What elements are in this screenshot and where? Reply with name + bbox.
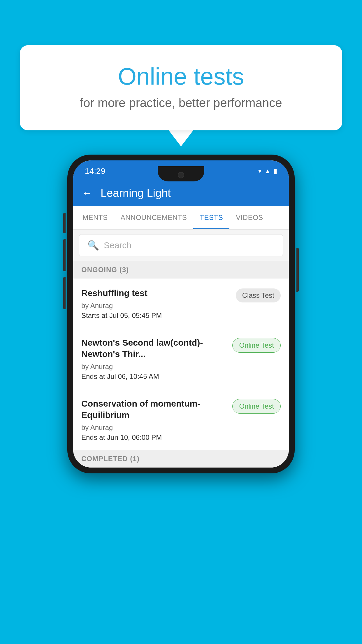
tab-announcements[interactable]: ANNOUNCEMENTS bbox=[114, 206, 194, 229]
test-date-conservation: Ends at Jun 10, 06:00 PM bbox=[81, 433, 226, 442]
phone-extra-button bbox=[63, 277, 66, 309]
phone-notch bbox=[158, 166, 204, 181]
app-header: ← Learning Light bbox=[73, 180, 289, 206]
battery-icon: ▮ bbox=[274, 167, 277, 175]
tab-videos[interactable]: VIDEOS bbox=[229, 206, 270, 229]
phone-volume-down-button bbox=[63, 239, 66, 271]
test-author-newtons: by Anurag bbox=[81, 363, 226, 371]
test-item-newtons[interactable]: Newton's Second law(contd)-Newton's Thir… bbox=[73, 328, 289, 389]
tab-tests[interactable]: TESTS bbox=[193, 206, 229, 229]
wifi-icon: ▾ bbox=[258, 167, 261, 175]
test-info-newtons: Newton's Second law(contd)-Newton's Thir… bbox=[81, 337, 232, 381]
badge-online-test-1: Online Test bbox=[232, 338, 281, 353]
search-bar[interactable]: 🔍 Search bbox=[79, 234, 283, 256]
test-author-conservation: by Anurag bbox=[81, 424, 226, 432]
completed-section-header: COMPLETED (1) bbox=[73, 450, 289, 468]
status-time: 14:29 bbox=[85, 167, 105, 176]
test-info-conservation: Conservation of momentum-Equilibrium by … bbox=[81, 398, 232, 442]
search-icon: 🔍 bbox=[87, 240, 99, 251]
phone-volume-up-button bbox=[63, 213, 66, 233]
signal-icon: ▲ bbox=[264, 167, 271, 175]
badge-class-test: Class Test bbox=[236, 288, 281, 302]
ongoing-label: ONGOING (3) bbox=[81, 266, 129, 274]
search-placeholder: Search bbox=[104, 240, 131, 250]
speech-bubble-container: Online tests for more practice, better p… bbox=[20, 45, 342, 146]
phone-power-button bbox=[296, 248, 299, 292]
search-bar-container: 🔍 Search bbox=[73, 230, 289, 261]
test-item-conservation[interactable]: Conservation of momentum-Equilibrium by … bbox=[73, 389, 289, 450]
tab-ments[interactable]: MENTS bbox=[76, 206, 114, 229]
completed-label: COMPLETED (1) bbox=[81, 455, 140, 463]
speech-bubble-title: Online tests bbox=[43, 63, 319, 90]
speech-bubble-arrow bbox=[169, 130, 193, 146]
tabs-bar: MENTS ANNOUNCEMENTS TESTS VIDEOS bbox=[73, 206, 289, 230]
app-title: Learning Light bbox=[101, 187, 171, 200]
test-name-reshuffling: Reshuffling test bbox=[81, 287, 230, 299]
badge-online-test-2: Online Test bbox=[232, 399, 281, 414]
test-info-reshuffling: Reshuffling test by Anurag Starts at Jul… bbox=[81, 287, 236, 320]
test-name-newtons: Newton's Second law(contd)-Newton's Thir… bbox=[81, 337, 226, 360]
status-icons: ▾ ▲ ▮ bbox=[258, 167, 277, 175]
front-camera bbox=[178, 172, 184, 178]
test-author-reshuffling: by Anurag bbox=[81, 302, 230, 310]
test-date-reshuffling: Starts at Jul 05, 05:45 PM bbox=[81, 312, 230, 320]
phone-mockup: 14:29 ▾ ▲ ▮ ← Learning Light MENTS ANNOU… bbox=[67, 155, 295, 473]
test-item-reshuffling[interactable]: Reshuffling test by Anurag Starts at Jul… bbox=[73, 279, 289, 328]
speech-bubble-subtitle: for more practice, better performance bbox=[43, 96, 319, 110]
test-name-conservation: Conservation of momentum-Equilibrium bbox=[81, 398, 226, 421]
speech-bubble: Online tests for more practice, better p… bbox=[20, 45, 342, 130]
test-date-newtons: Ends at Jul 06, 10:45 AM bbox=[81, 372, 226, 381]
ongoing-section-header: ONGOING (3) bbox=[73, 261, 289, 279]
back-button[interactable]: ← bbox=[82, 187, 92, 199]
